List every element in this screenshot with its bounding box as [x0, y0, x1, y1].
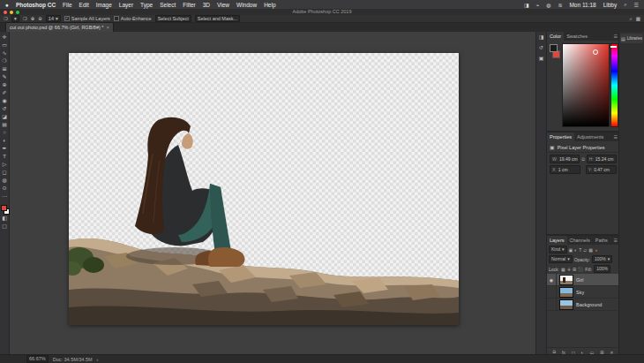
visibility-toggle[interactable] [547, 299, 557, 310]
auto-enhance-checkbox[interactable]: Auto-Enhance [114, 16, 152, 21]
filter-toggle-icon[interactable]: ● [595, 247, 597, 253]
blend-mode-dropdown[interactable]: Normal ▾ [549, 255, 573, 263]
blur-tool[interactable]: ○ [0, 129, 10, 137]
menu-window[interactable]: Window [236, 2, 257, 8]
lasso-tool[interactable]: ∿ [0, 49, 10, 57]
hue-slider-marker[interactable] [610, 46, 617, 48]
lock-artboard-icon[interactable]: ⊞ [573, 267, 576, 272]
menu-filter[interactable]: Filter [183, 2, 195, 8]
document-canvas[interactable] [69, 53, 459, 325]
status-options-arrow-icon[interactable]: › [97, 357, 99, 362]
tool-preset-dropdown[interactable]: ▾ [11, 15, 19, 22]
menu-help[interactable]: Help [264, 2, 275, 8]
visibility-toggle[interactable]: ◉ [547, 274, 557, 285]
sample-all-layers-checkbox[interactable]: ✓ Sample All Layers [64, 16, 110, 21]
rectangular-marquee-tool[interactable]: ▭ [0, 42, 10, 49]
history-brush-tool[interactable]: ↺ [0, 105, 10, 113]
clone-stamp-tool[interactable]: ◉ [0, 97, 10, 105]
filter-smart-objects-icon[interactable]: ▦ [588, 247, 593, 253]
select-subject-button[interactable]: Select Subject [155, 15, 191, 22]
menu-user[interactable]: Libby [603, 2, 618, 8]
select-and-mask-button[interactable]: Select and Mask... [195, 15, 240, 22]
fill-dropdown[interactable]: 100% [594, 265, 610, 273]
x-position-field[interactable]: X: 1 cm [550, 165, 580, 174]
hue-slider[interactable] [610, 43, 618, 127]
menu-select[interactable]: Select [160, 2, 176, 8]
notification-center-icon[interactable]: ☰ [634, 2, 639, 8]
path-selection-tool[interactable]: ▷ [0, 161, 10, 169]
collapsed-panel-icon-1[interactable]: ◨ [539, 34, 544, 41]
edit-toolbar-icon[interactable]: ⋯ [0, 193, 10, 200]
pen-tool[interactable]: ✒ [0, 145, 10, 153]
libraries-tab[interactable]: ▤ Libraries [620, 34, 643, 43]
tab-properties[interactable]: Properties [547, 132, 574, 141]
tab-channels[interactable]: Channels [567, 236, 593, 245]
saturation-brightness-field[interactable] [562, 43, 610, 127]
dodge-tool[interactable]: ◐ [0, 137, 10, 145]
opacity-dropdown[interactable]: 100% ▾ [592, 255, 612, 263]
tab-swatches[interactable]: Swatches [564, 32, 590, 41]
menu-view[interactable]: View [217, 2, 229, 8]
layer-row-sky[interactable]: Sky [547, 286, 619, 299]
menu-edit[interactable]: Edit [79, 2, 89, 8]
quick-mask-icon[interactable]: ◧ [0, 215, 10, 223]
workspace-switcher-icon[interactable]: ▦ [636, 16, 640, 21]
spotlight-icon[interactable]: ⌕ [624, 2, 626, 8]
quick-selection-tool[interactable]: ❍ [0, 57, 10, 65]
add-to-selection-icon[interactable]: ⊕ [31, 16, 35, 21]
tab-paths[interactable]: Paths [593, 236, 610, 245]
status-icon-display[interactable]: ◨ [524, 2, 529, 8]
panel-menu-icon[interactable]: ☰ [614, 34, 618, 39]
panel-menu-icon[interactable]: ☰ [614, 238, 618, 243]
layer-name[interactable]: Girl [576, 277, 584, 283]
lock-position-icon[interactable]: ✛ [567, 267, 571, 272]
foreground-background-colors[interactable] [0, 204, 10, 215]
menu-clock[interactable]: Mon 11:18 [569, 2, 595, 8]
layer-row-background[interactable]: Background [547, 299, 619, 311]
gradient-tool[interactable]: ▤ [0, 121, 10, 129]
filter-shape-layers-icon[interactable]: ▱ [583, 247, 587, 253]
collapsed-panel-icon-2[interactable]: ▣ [539, 56, 544, 62]
layer-name[interactable]: Sky [576, 290, 584, 295]
apple-menu-icon[interactable]: ● [5, 2, 9, 8]
height-field[interactable]: H: 15.24 cm [587, 155, 617, 163]
history-panel-icon[interactable]: ↺ [539, 45, 543, 51]
hand-tool[interactable]: ◍ [0, 177, 10, 185]
move-tool[interactable]: ✛ [0, 34, 10, 42]
menu-image[interactable]: Image [96, 2, 112, 8]
lock-transparency-icon[interactable]: ▦ [561, 267, 565, 272]
new-selection-mode-icon[interactable]: ❍ [23, 16, 27, 21]
link-dimensions-icon[interactable]: ⧉ [581, 156, 585, 163]
filter-type-layers-icon[interactable]: T [579, 247, 581, 253]
visibility-toggle[interactable] [547, 286, 557, 298]
panel-menu-icon[interactable]: ☰ [614, 134, 618, 140]
layer-thumbnail[interactable] [559, 275, 573, 285]
search-icon[interactable]: ⌕ [630, 16, 633, 21]
tab-layers[interactable]: Layers [547, 236, 567, 245]
zoom-level-field[interactable]: 66.67% [26, 355, 49, 363]
menu-3d[interactable]: 3D [203, 2, 210, 8]
foreground-swatch[interactable] [550, 44, 558, 52]
shape-tool[interactable]: ◻ [0, 169, 10, 177]
wifi-icon[interactable]: ◍ [546, 2, 550, 8]
tab-color[interactable]: Color [547, 32, 564, 41]
brush-size-dropdown[interactable]: 14 ▾ [46, 15, 61, 22]
filter-kind-dropdown[interactable]: Kind ▾ [549, 246, 567, 253]
battery-icon[interactable]: ⌁ [536, 2, 540, 8]
zoom-tool[interactable]: ⊙ [0, 185, 10, 193]
foreground-color-swatch[interactable] [1, 205, 7, 211]
screen-mode-icon[interactable]: ▢ [0, 223, 10, 231]
filter-pixel-layers-icon[interactable]: ▣ [569, 247, 573, 253]
layer-row-girl[interactable]: ◉ Girl [547, 274, 619, 286]
subtract-from-selection-icon[interactable]: ⊖ [38, 16, 42, 21]
close-tab-icon[interactable]: × [106, 25, 109, 30]
filter-adjustment-layers-icon[interactable]: ◐ [574, 247, 577, 253]
brush-tool[interactable]: ✐ [0, 89, 10, 97]
active-tool-icon[interactable]: ❍ [4, 16, 8, 21]
menu-type[interactable]: Type [140, 2, 153, 8]
eyedropper-tool[interactable]: ✎ [0, 73, 10, 81]
healing-brush-tool[interactable]: ⊕ [0, 81, 10, 89]
menu-file[interactable]: File [63, 2, 71, 8]
lock-all-icon[interactable]: ⬛ [578, 267, 583, 272]
menu-layer[interactable]: Layer [119, 2, 133, 8]
